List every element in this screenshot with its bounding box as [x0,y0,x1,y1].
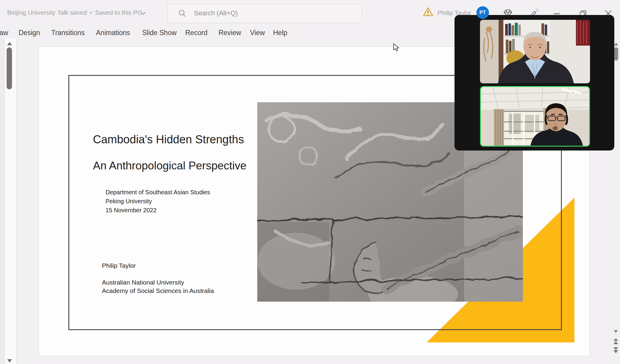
institution-line: 15 November 2022 [106,206,210,215]
chevron-down-icon[interactable] [140,11,146,16]
tab-design[interactable]: Design [19,29,40,37]
affiliation-line: Australian National University [102,278,214,287]
active-video-scene [481,87,589,146]
affiliation-line: Academy of Social Sciences in Australia [102,287,214,295]
save-status[interactable]: Saved to this PC [95,9,142,16]
search-placeholder: Search (Alt+Q) [194,9,238,17]
slide-title[interactable]: Cambodia's Hidden Strengths [93,133,244,146]
document-title-text: Beijing University Talk saved [7,9,87,16]
tab-review[interactable]: Review [219,29,241,37]
search-input[interactable]: Search (Alt+Q) [167,4,362,23]
powerpoint-window: Beijing University Talk saved•Saved to t… [0,0,620,364]
next-slide-button[interactable] [613,347,619,353]
video-tile-active-speaker[interactable] [480,86,590,147]
canvas-scroll-down-icon[interactable] [614,330,618,333]
institution-line: Peking University [106,197,210,206]
title-separator: • [90,9,92,16]
thumbnail-pane-edge [0,38,5,364]
remote-video-scene [480,20,590,83]
institution-line: Department of Southeast Asian Studies [106,188,210,197]
tab-help[interactable]: Help [273,29,287,37]
institution-block[interactable]: Department of Southeast Asian Studies Pe… [106,188,210,215]
thumb-scrollbar-thumb[interactable] [7,47,12,89]
tab-record[interactable]: Record [185,29,207,37]
previous-slide-button[interactable] [613,338,619,345]
warning-icon[interactable] [423,7,433,16]
mouse-cursor [393,43,401,52]
video-call-overlay[interactable] [455,15,614,151]
search-icon [178,9,187,18]
tab-transitions[interactable]: Transitions [51,29,85,37]
thumb-scroll-up-icon[interactable] [7,42,12,45]
tab-animations[interactable]: Animations [96,29,130,37]
author-name[interactable]: Philip Taylor [102,262,136,269]
avatar[interactable]: PT [476,6,489,19]
pane-divider[interactable] [16,38,17,364]
canvas-scrollbar-thumb[interactable] [614,47,618,61]
tab-draw-partial[interactable]: aw [0,29,8,37]
tab-view[interactable]: View [250,29,265,37]
document-title: Beijing University Talk saved•Saved to t… [7,9,142,16]
canvas-scroll-up-icon[interactable] [614,43,618,46]
slide-subtitle[interactable]: An Anthropological Perspective [93,160,246,172]
thumb-scroll-down-icon[interactable] [7,359,12,363]
affiliation-block[interactable]: Australian National University Academy o… [102,278,214,295]
tab-slide-show[interactable]: Slide Show [142,29,177,37]
video-tile-remote[interactable] [480,20,590,83]
